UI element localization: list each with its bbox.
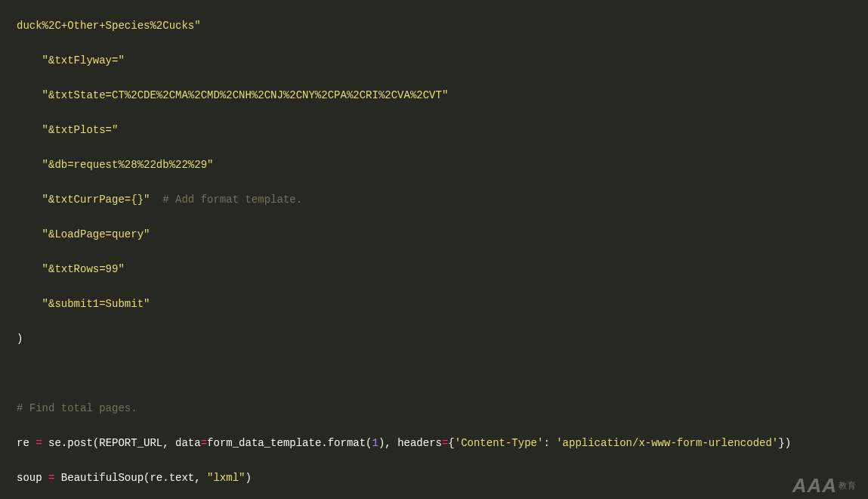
code-line: "&LoadPage=query" — [17, 226, 868, 243]
code-line: ) — [17, 330, 868, 348]
code-line: duck%2C+Other+Species%2Cucks" — [17, 17, 868, 35]
code-line: "&txtCurrPage={}" # Add format template. — [17, 191, 868, 209]
code-line: # Find total pages. — [17, 400, 868, 417]
code-line — [17, 365, 868, 383]
code-line: "&txtState=CT%2CDE%2CMA%2CMD%2CNH%2CNJ%2… — [17, 87, 868, 104]
code-line: "&db=request%28%22db%22%29" — [17, 157, 868, 174]
code-line: "&txtFlyway=" — [17, 52, 868, 70]
watermark-main: AAA — [792, 474, 837, 497]
code-line: soup = BeautifulSoup(re.text, "lxml") — [17, 470, 868, 487]
code-line: re = se.post(REPORT_URL, data=form_data_… — [17, 435, 868, 452]
watermark-sub: 教育 — [839, 481, 857, 490]
code-line: "&submit1=Submit" — [17, 296, 868, 313]
code-line: "&txtRows=99" — [17, 261, 868, 278]
code-editor[interactable]: duck%2C+Other+Species%2Cucks" "&txtFlywa… — [0, 0, 868, 499]
watermark-logo: AAA教育 — [792, 477, 857, 494]
code-line: "&txtPlots=" — [17, 122, 868, 139]
